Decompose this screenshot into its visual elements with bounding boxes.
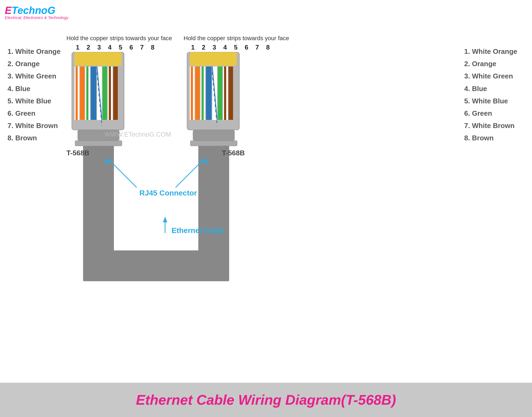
svg-text:Hold the copper strips towards: Hold the copper strips towards your face xyxy=(184,35,289,42)
svg-text:Hold the copper strips towards: Hold the copper strips towards your face xyxy=(66,35,172,42)
svg-rect-23 xyxy=(190,52,237,66)
wire-label-left-6: 6. Green xyxy=(8,107,61,119)
wire-label-left-1: 1. White Orange xyxy=(8,46,61,57)
svg-rect-33 xyxy=(218,66,222,120)
svg-text:Ethernet Cable: Ethernet Cable xyxy=(172,226,225,235)
diagram-svg: Hold the copper strips towards your face… xyxy=(0,0,532,383)
svg-text:1 2 3 4 5 6 7 8: 1 2 3 4 5 6 7 8 xyxy=(76,44,157,51)
bottom-banner: Ethernet Cable Wiring Diagram(T-568B) xyxy=(0,383,532,417)
wire-label-left-5: 5. White Blue xyxy=(8,95,61,107)
svg-marker-53 xyxy=(163,217,167,222)
wire-label-right-6: 6. Green xyxy=(464,107,517,119)
svg-text:RJ45 Connector: RJ45 Connector xyxy=(139,189,197,197)
wire-label-right-5: 5. White Blue xyxy=(464,95,517,107)
svg-rect-18 xyxy=(75,141,122,146)
svg-rect-44 xyxy=(198,250,229,281)
svg-rect-13 xyxy=(102,66,107,120)
svg-rect-37 xyxy=(193,130,235,141)
svg-rect-15 xyxy=(109,66,111,120)
svg-text:T-568B: T-568B xyxy=(66,149,89,157)
svg-text:WWW.ETechnoG.COM: WWW.ETechnoG.COM xyxy=(105,131,171,138)
wire-label-left-4: 4. Blue xyxy=(8,83,61,95)
wire-labels-right: 1. White Orange 2. Orange 3. White Green… xyxy=(464,46,517,145)
wire-label-right-2: 2. Orange xyxy=(464,58,517,70)
wire-label-left-3: 3. White Green xyxy=(8,70,61,82)
svg-rect-8 xyxy=(86,66,88,120)
wire-label-left-7: 7. White Brown xyxy=(8,120,61,132)
svg-rect-28 xyxy=(202,66,204,120)
svg-text:1 2 3 4 5 6 7 8: 1 2 3 4 5 6 7 8 xyxy=(191,44,272,51)
bottom-banner-text: Ethernet Cable Wiring Diagram(T-568B) xyxy=(136,392,396,408)
svg-rect-36 xyxy=(228,66,233,120)
svg-rect-38 xyxy=(190,141,237,146)
wire-labels-left: 1. White Orange 2. Orange 3. White Green… xyxy=(8,46,61,145)
svg-rect-25 xyxy=(191,66,193,120)
wire-label-left-8: 8. Brown xyxy=(8,132,61,144)
svg-rect-9 xyxy=(91,66,96,120)
svg-rect-43 xyxy=(83,250,114,281)
wire-label-right-4: 4. Blue xyxy=(464,83,517,95)
svg-rect-6 xyxy=(80,66,85,120)
svg-rect-26 xyxy=(195,66,200,120)
svg-rect-42 xyxy=(198,146,229,258)
svg-rect-35 xyxy=(224,66,226,120)
wire-label-right-7: 7. White Brown xyxy=(464,120,517,132)
svg-rect-3 xyxy=(75,52,121,66)
svg-rect-41 xyxy=(83,146,114,258)
svg-rect-16 xyxy=(113,66,118,120)
wire-label-right-3: 3. White Green xyxy=(464,70,517,82)
wire-label-left-2: 2. Orange xyxy=(8,58,61,70)
svg-rect-29 xyxy=(206,66,212,120)
svg-rect-5 xyxy=(76,66,78,120)
wire-label-right-1: 1. White Orange xyxy=(464,46,517,57)
svg-text:T-568B: T-568B xyxy=(222,149,245,157)
wire-label-right-8: 8. Brown xyxy=(464,132,517,144)
